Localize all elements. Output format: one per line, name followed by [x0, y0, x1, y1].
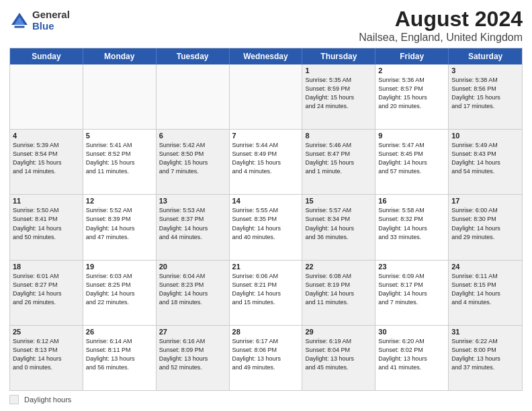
- day-number: 29: [305, 328, 372, 336]
- page: General Blue August 2024 Nailsea, Englan…: [0, 0, 532, 411]
- day-number: 23: [378, 263, 445, 271]
- calendar-cell: 8Sunrise: 5:46 AM Sunset: 8:47 PM Daylig…: [302, 130, 375, 194]
- calendar-cell: 6Sunrise: 5:42 AM Sunset: 8:50 PM Daylig…: [157, 130, 230, 194]
- day-info: Sunrise: 5:46 AM Sunset: 8:47 PM Dayligh…: [305, 141, 372, 176]
- day-number: 4: [13, 132, 80, 140]
- calendar-cell: 18Sunrise: 6:01 AM Sunset: 8:27 PM Dayli…: [10, 261, 83, 325]
- day-info: Sunrise: 5:58 AM Sunset: 8:32 PM Dayligh…: [378, 206, 445, 241]
- day-info: Sunrise: 6:06 AM Sunset: 8:21 PM Dayligh…: [232, 272, 300, 307]
- day-info: Sunrise: 5:53 AM Sunset: 8:37 PM Dayligh…: [159, 206, 226, 241]
- day-of-week-header: Saturday: [449, 48, 522, 64]
- calendar-cell: 27Sunrise: 6:16 AM Sunset: 8:09 PM Dayli…: [157, 326, 230, 390]
- page-subtitle: Nailsea, England, United Kingdom: [359, 32, 523, 44]
- legend-box: [9, 395, 19, 404]
- day-number: 27: [159, 328, 226, 336]
- calendar-cell: 25Sunrise: 6:12 AM Sunset: 8:13 PM Dayli…: [10, 326, 83, 390]
- calendar-cell: 20Sunrise: 6:04 AM Sunset: 8:23 PM Dayli…: [157, 261, 230, 325]
- calendar-week-row: 25Sunrise: 6:12 AM Sunset: 8:13 PM Dayli…: [10, 325, 522, 390]
- day-info: Sunrise: 6:04 AM Sunset: 8:23 PM Dayligh…: [159, 272, 226, 307]
- calendar-cell: 22Sunrise: 6:08 AM Sunset: 8:19 PM Dayli…: [302, 261, 375, 325]
- footer-legend: Daylight hours: [9, 395, 523, 404]
- logo-icon: [9, 11, 30, 31]
- calendar-cell: 15Sunrise: 5:57 AM Sunset: 8:34 PM Dayli…: [302, 195, 375, 259]
- day-info: Sunrise: 6:01 AM Sunset: 8:27 PM Dayligh…: [13, 272, 80, 307]
- logo: General Blue: [9, 9, 70, 32]
- day-number: 24: [451, 263, 519, 271]
- day-info: Sunrise: 5:47 AM Sunset: 8:45 PM Dayligh…: [378, 141, 445, 176]
- day-info: Sunrise: 6:08 AM Sunset: 8:19 PM Dayligh…: [305, 272, 372, 307]
- logo-line2: Blue: [32, 21, 70, 32]
- calendar-week-row: 18Sunrise: 6:01 AM Sunset: 8:27 PM Dayli…: [10, 260, 522, 325]
- day-info: Sunrise: 5:41 AM Sunset: 8:52 PM Dayligh…: [86, 141, 153, 176]
- calendar-week-row: 1Sunrise: 5:35 AM Sunset: 8:59 PM Daylig…: [10, 64, 522, 129]
- calendar-cell: 10Sunrise: 5:49 AM Sunset: 8:43 PM Dayli…: [449, 130, 522, 194]
- day-number: 10: [451, 132, 519, 140]
- day-info: Sunrise: 6:03 AM Sunset: 8:25 PM Dayligh…: [86, 272, 153, 307]
- calendar-cell: 11Sunrise: 5:50 AM Sunset: 8:41 PM Dayli…: [10, 195, 83, 259]
- day-number: 22: [305, 263, 372, 271]
- day-info: Sunrise: 5:42 AM Sunset: 8:50 PM Dayligh…: [159, 141, 226, 176]
- day-number: 18: [13, 263, 80, 271]
- day-number: 5: [86, 132, 153, 140]
- day-info: Sunrise: 6:20 AM Sunset: 8:02 PM Dayligh…: [378, 337, 445, 372]
- day-info: Sunrise: 5:35 AM Sunset: 8:59 PM Dayligh…: [305, 76, 372, 111]
- day-number: 26: [86, 328, 153, 336]
- day-of-week-header: Sunday: [10, 48, 83, 64]
- day-number: 12: [86, 197, 153, 205]
- calendar-cell: 7Sunrise: 5:44 AM Sunset: 8:49 PM Daylig…: [230, 130, 303, 194]
- logo-line1: General: [32, 9, 70, 21]
- svg-rect-2: [15, 26, 25, 28]
- page-title: August 2024: [359, 7, 523, 32]
- day-number: 20: [159, 263, 226, 271]
- day-number: 19: [86, 263, 153, 271]
- day-info: Sunrise: 6:12 AM Sunset: 8:13 PM Dayligh…: [13, 337, 80, 372]
- day-number: 21: [232, 263, 300, 271]
- legend-label: Daylight hours: [24, 396, 71, 404]
- day-number: 28: [232, 328, 300, 336]
- day-number: 15: [305, 197, 372, 205]
- day-info: Sunrise: 6:09 AM Sunset: 8:17 PM Dayligh…: [378, 272, 445, 307]
- day-number: 9: [378, 132, 445, 140]
- calendar-body: 1Sunrise: 5:35 AM Sunset: 8:59 PM Daylig…: [10, 64, 522, 390]
- calendar-week-row: 4Sunrise: 5:39 AM Sunset: 8:54 PM Daylig…: [10, 129, 522, 194]
- day-info: Sunrise: 5:36 AM Sunset: 8:57 PM Dayligh…: [378, 76, 445, 111]
- day-number: 16: [378, 197, 445, 205]
- day-info: Sunrise: 5:38 AM Sunset: 8:56 PM Dayligh…: [451, 76, 519, 111]
- day-info: Sunrise: 5:49 AM Sunset: 8:43 PM Dayligh…: [451, 141, 519, 176]
- calendar-cell: [157, 64, 230, 129]
- day-info: Sunrise: 6:11 AM Sunset: 8:15 PM Dayligh…: [451, 272, 519, 307]
- calendar-cell: 3Sunrise: 5:38 AM Sunset: 8:56 PM Daylig…: [449, 64, 522, 129]
- day-number: 31: [451, 328, 519, 336]
- day-info: Sunrise: 5:39 AM Sunset: 8:54 PM Dayligh…: [13, 141, 80, 176]
- day-number: 6: [159, 132, 226, 140]
- day-number: 17: [451, 197, 519, 205]
- day-info: Sunrise: 5:55 AM Sunset: 8:35 PM Dayligh…: [232, 206, 300, 241]
- day-of-week-header: Tuesday: [157, 48, 230, 64]
- calendar-cell: 17Sunrise: 6:00 AM Sunset: 8:30 PM Dayli…: [449, 195, 522, 259]
- calendar-cell: 12Sunrise: 5:52 AM Sunset: 8:39 PM Dayli…: [83, 195, 157, 259]
- day-number: 25: [13, 328, 80, 336]
- calendar-cell: [10, 64, 83, 129]
- calendar-cell: 2Sunrise: 5:36 AM Sunset: 8:57 PM Daylig…: [375, 64, 449, 129]
- day-info: Sunrise: 5:44 AM Sunset: 8:49 PM Dayligh…: [232, 141, 300, 176]
- calendar-cell: 13Sunrise: 5:53 AM Sunset: 8:37 PM Dayli…: [157, 195, 230, 259]
- header: General Blue August 2024 Nailsea, Englan…: [9, 7, 523, 44]
- day-info: Sunrise: 5:52 AM Sunset: 8:39 PM Dayligh…: [86, 206, 153, 241]
- calendar: SundayMondayTuesdayWednesdayThursdayFrid…: [9, 48, 523, 391]
- title-block: August 2024 Nailsea, England, United Kin…: [359, 7, 523, 44]
- calendar-cell: 21Sunrise: 6:06 AM Sunset: 8:21 PM Dayli…: [230, 261, 303, 325]
- day-info: Sunrise: 5:57 AM Sunset: 8:34 PM Dayligh…: [305, 206, 372, 241]
- day-of-week-header: Wednesday: [230, 48, 303, 64]
- day-number: 8: [305, 132, 372, 140]
- calendar-cell: 1Sunrise: 5:35 AM Sunset: 8:59 PM Daylig…: [302, 64, 375, 129]
- calendar-cell: [230, 64, 303, 129]
- calendar-week-row: 11Sunrise: 5:50 AM Sunset: 8:41 PM Dayli…: [10, 194, 522, 259]
- day-of-week-header: Friday: [375, 48, 449, 64]
- calendar-header: SundayMondayTuesdayWednesdayThursdayFrid…: [10, 48, 522, 64]
- calendar-cell: 23Sunrise: 6:09 AM Sunset: 8:17 PM Dayli…: [375, 261, 449, 325]
- calendar-cell: 29Sunrise: 6:19 AM Sunset: 8:04 PM Dayli…: [302, 326, 375, 390]
- day-info: Sunrise: 6:00 AM Sunset: 8:30 PM Dayligh…: [451, 206, 519, 241]
- calendar-cell: 26Sunrise: 6:14 AM Sunset: 8:11 PM Dayli…: [83, 326, 157, 390]
- day-info: Sunrise: 6:17 AM Sunset: 8:06 PM Dayligh…: [232, 337, 300, 372]
- calendar-cell: 24Sunrise: 6:11 AM Sunset: 8:15 PM Dayli…: [449, 261, 522, 325]
